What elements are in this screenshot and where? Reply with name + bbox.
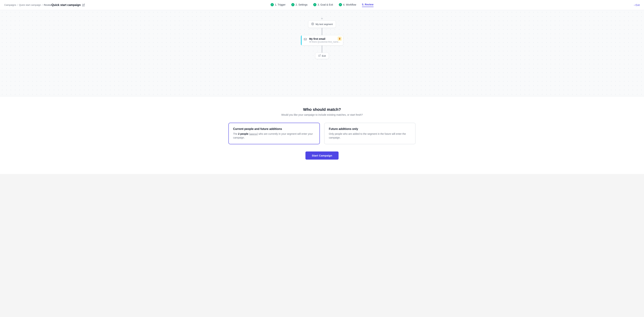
- breadcrumb-sep-2: /: [42, 3, 43, 6]
- step-check-goal: ✓: [313, 3, 316, 6]
- exit-node-label: Exit: [322, 54, 326, 57]
- match-option-2-title: Future additions only: [329, 127, 411, 131]
- email-preview: HI there {{customer.first_name...: [309, 41, 340, 43]
- step-workflow-label: 4. Workflow: [343, 3, 356, 6]
- step-review[interactable]: 5. Review: [362, 3, 374, 7]
- step-goal-exit[interactable]: ✓ 3. Goal & Exit: [313, 3, 333, 7]
- match-option-future-only[interactable]: Future additions only Only people who ar…: [324, 123, 416, 144]
- step-trigger-label: 1. Trigger: [275, 3, 286, 6]
- step-goal-label: 3. Goal & Exit: [318, 3, 333, 6]
- step-check-workflow: ✓: [339, 3, 342, 6]
- match-option-1-title: Current people and future additions: [233, 127, 315, 131]
- campaign-title: Quick start campaign: [52, 3, 81, 7]
- step-workflow[interactable]: ✓ 4. Workflow: [339, 3, 356, 7]
- exit-label: Exit: [636, 3, 640, 6]
- match-option-2-desc: Only people who are added to the segment…: [329, 132, 411, 140]
- breadcrumb-campaigns[interactable]: Campaigns: [4, 3, 16, 6]
- edit-icon[interactable]: [82, 3, 85, 6]
- svg-line-4: [319, 55, 320, 56]
- exit-node[interactable]: Exit: [315, 53, 329, 59]
- in-label: in: [321, 17, 323, 20]
- start-campaign-button[interactable]: Start Campaign: [306, 151, 339, 160]
- match-option-1-desc: The 2 people (approx) who are currently …: [233, 132, 315, 140]
- email-badge: [338, 37, 342, 41]
- match-options: Current people and future additions The …: [228, 123, 416, 144]
- email-icon: [304, 38, 307, 41]
- segment-name: My test segment: [316, 23, 332, 25]
- campaign-title-area: Quick start campaign: [52, 3, 85, 7]
- match-title: Who should match?: [303, 107, 341, 112]
- main-content: in My test segment: [0, 10, 644, 174]
- workflow-nodes: in My test segment: [301, 17, 343, 59]
- segment-node[interactable]: My test segment: [308, 20, 336, 28]
- step-review-label: 5. Review: [362, 3, 374, 6]
- people-count: 2 people: [238, 132, 248, 135]
- email-node[interactable]: My first email HI there {{customer.first…: [301, 35, 343, 45]
- step-check-trigger: ✓: [270, 3, 274, 6]
- email-title: My first email: [309, 37, 340, 40]
- top-bar: Campaigns / Quick start campaign / Revie…: [0, 0, 644, 10]
- connector-2: [322, 45, 322, 53]
- workflow-canvas: in My test segment: [0, 10, 644, 96]
- breadcrumb: Campaigns / Quick start campaign / Revie…: [4, 3, 52, 6]
- step-trigger[interactable]: ✓ 1. Trigger: [270, 3, 286, 7]
- segment-group: in My test segment: [308, 17, 336, 28]
- steps-nav: ✓ 1. Trigger ✓ 2. Settings ✓ 3. Goal & E…: [270, 3, 374, 7]
- segment-icon: [311, 22, 314, 26]
- step-settings[interactable]: ✓ 2. Settings: [291, 3, 308, 7]
- breadcrumb-quick-start[interactable]: Quick start campaign: [19, 3, 41, 6]
- svg-point-1: [312, 23, 313, 24]
- connector-1: [322, 28, 322, 35]
- approx-link[interactable]: approx: [250, 133, 257, 135]
- step-check-settings: ✓: [291, 3, 294, 6]
- step-settings-label: 2. Settings: [296, 3, 308, 6]
- email-node-content: My first email HI there {{customer.first…: [309, 37, 340, 43]
- match-subtitle: Would you like your campaign to include …: [281, 113, 363, 116]
- match-section: Who should match? Would you like your ca…: [0, 96, 644, 174]
- exit-button[interactable]: ‹ Exit: [634, 3, 640, 6]
- breadcrumb-sep-1: /: [17, 3, 18, 6]
- breadcrumb-current: Review: [44, 3, 52, 6]
- email-accent-bar: [301, 35, 302, 45]
- exit-icon: [318, 54, 321, 57]
- chevron-left-icon: ‹: [634, 3, 635, 6]
- svg-point-0: [312, 23, 314, 25]
- svg-rect-2: [304, 38, 306, 40]
- match-option-current-future[interactable]: Current people and future additions The …: [228, 123, 320, 144]
